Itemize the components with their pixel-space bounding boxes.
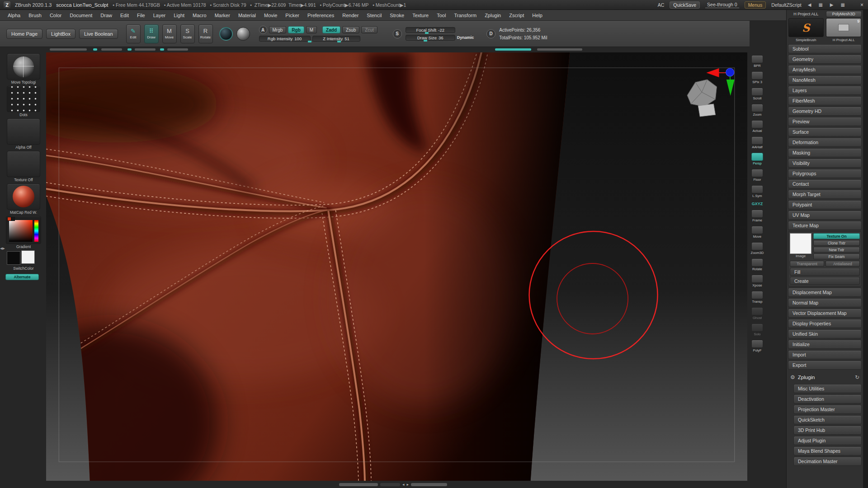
switch-color[interactable]: SwitchColor (5, 250, 42, 271)
mini-slider[interactable] (160, 48, 164, 51)
menu-item[interactable]: Macro (189, 11, 211, 20)
m-button[interactable]: M (306, 26, 317, 33)
prev-ui-icon[interactable]: ◀ (807, 2, 812, 7)
scroll-left-icon[interactable]: ◂ (402, 482, 405, 487)
sculpt-canvas[interactable] (46, 52, 747, 481)
material-preview-sphere[interactable] (236, 27, 250, 41)
menu-item[interactable]: Tool (433, 11, 450, 20)
menu-item[interactable]: Texture (408, 11, 433, 20)
hue-strip[interactable] (34, 220, 38, 242)
mini-slider[interactable] (167, 48, 188, 51)
alt-color-swatch[interactable] (21, 250, 35, 264)
menu-item[interactable]: Movie (260, 11, 281, 20)
home-page-button[interactable]: Home Page (6, 29, 42, 39)
tool-section[interactable]: Export (788, 361, 862, 370)
create-section[interactable]: Create (790, 277, 860, 285)
depth-badge-icon[interactable]: D (486, 29, 495, 38)
draw-mode-button[interactable]: ⠿ Draw (144, 24, 159, 43)
zsub-button[interactable]: Zsub (342, 26, 359, 33)
zplugin-header[interactable]: ⚙ Zplugin ↻ (788, 372, 862, 383)
zplugin-item[interactable]: Deactivation (793, 394, 862, 404)
zplugin-item[interactable]: QuickSketch (793, 415, 862, 424)
slider-handle[interactable] (425, 32, 429, 34)
make-polymesh3d-button[interactable]: PolyMesh3D (826, 11, 862, 17)
brush-preview-sphere[interactable] (219, 27, 233, 41)
menu-item[interactable]: Zscript (505, 11, 528, 20)
right-shelf-button[interactable]: Zoom (751, 104, 763, 117)
menu-item[interactable]: Material (234, 11, 260, 20)
menu-item[interactable]: Layer (149, 11, 170, 20)
see-through-slider[interactable]: See-through 0 (705, 2, 739, 8)
tool-section[interactable]: ArrayMesh (788, 65, 862, 74)
menu-item[interactable]: Stroke (386, 11, 408, 20)
right-shelf-button[interactable]: AAHalf (751, 136, 763, 149)
zplugin-item[interactable]: Maya Blend Shapes (793, 446, 862, 455)
menu-item[interactable]: Edit (116, 11, 133, 20)
right-shelf-button[interactable]: Xpose (751, 275, 763, 287)
tool-section[interactable]: UV Map (788, 211, 862, 220)
alternate-button[interactable]: Alternate (5, 274, 39, 280)
right-shelf-button[interactable]: Persp (751, 153, 763, 165)
tool-section[interactable]: Initialize (788, 340, 862, 349)
tool-section[interactable]: NanoMesh (788, 75, 862, 84)
tool-section[interactable]: Masking (788, 148, 862, 157)
right-shelf-button[interactable]: SPix 3 (751, 71, 763, 84)
texture-map-button[interactable]: Fix Seam (813, 253, 860, 259)
tool-section[interactable]: Polygroups (788, 169, 862, 178)
next-ui-icon[interactable]: ▶ (829, 2, 835, 7)
tool-section[interactable]: Surface (788, 127, 862, 136)
tool-section[interactable]: FiberMesh (788, 96, 862, 105)
zcut-button[interactable]: Zcut (361, 26, 377, 33)
dynamic-toggle[interactable]: Dynamic (457, 35, 474, 40)
slider-handle[interactable] (337, 41, 341, 42)
zplugin-item[interactable]: Decimation Master (793, 457, 862, 466)
alpha-selector[interactable]: Alpha Off (5, 118, 42, 150)
tool-section[interactable]: Geometry (788, 55, 862, 64)
focal-shift-slider[interactable]: Focal Shift -22 (406, 27, 455, 33)
transparent-button[interactable]: Transparent (790, 261, 824, 267)
mini-slider[interactable] (93, 48, 97, 51)
main-color-swatch[interactable] (7, 251, 20, 265)
right-shelf-button[interactable]: Actual (751, 120, 763, 133)
right-shelf-button[interactable]: PolyF (751, 340, 763, 352)
texture-map-button[interactable]: New Txtr (813, 247, 860, 253)
menu-item[interactable]: File (133, 11, 149, 20)
right-shelf-button[interactable]: Floor (751, 169, 763, 182)
menu-item[interactable]: Render (338, 11, 363, 20)
menu-item[interactable]: Color (46, 11, 66, 20)
slider-handle[interactable] (424, 40, 427, 42)
tool-section[interactable]: Import (788, 350, 862, 359)
edit-mode-button[interactable]: ✎ Edit (126, 24, 141, 43)
menu-item[interactable]: Transform (450, 11, 481, 20)
material-selector[interactable]: MatCap Red W. (5, 183, 42, 215)
scroll-right-icon[interactable]: ▸ (407, 482, 409, 487)
menu-item[interactable]: Document (66, 11, 96, 20)
right-shelf-button[interactable]: Transp (751, 291, 763, 304)
zplugin-item[interactable]: Misc Utilities (793, 384, 862, 393)
menus-toggle[interactable]: Menus (745, 1, 766, 9)
stroke-selector[interactable]: Dots (5, 86, 42, 117)
tool-section[interactable]: Deformation (788, 138, 862, 147)
move-mode-button[interactable]: M Move (162, 24, 177, 43)
current-brush-thumb[interactable]: S (788, 18, 824, 37)
zplugin-item[interactable]: Projection Master (793, 405, 862, 414)
scale-mode-button[interactable]: S Scale (180, 24, 195, 43)
color-picker[interactable]: Gradient (5, 216, 42, 249)
tool-section[interactable]: Normal Map (788, 298, 862, 307)
mini-slider[interactable] (50, 48, 87, 51)
zplugin-item[interactable]: 3D Print Hub (793, 426, 862, 435)
current-tool-thumb[interactable]: 9 (826, 18, 861, 37)
rgb-button[interactable]: Rgb (288, 26, 304, 33)
texture-map-button[interactable]: Texture On (813, 233, 860, 239)
lightbox-button[interactable]: LightBox (46, 29, 75, 39)
right-shelf-button[interactable]: Scroll (751, 88, 763, 100)
texture-image-thumb[interactable] (790, 233, 811, 254)
menu-item[interactable]: Alpha (4, 11, 24, 20)
rgb-intensity-slider[interactable]: Rgb Intensity 100 (259, 36, 311, 42)
stroke-badge-icon[interactable]: S (393, 29, 402, 38)
texture-map-section[interactable]: Texture Map (788, 221, 862, 230)
anchor-badge-icon[interactable]: A (259, 26, 267, 34)
secondary-color-swatch[interactable] (11, 217, 15, 221)
mrgb-button[interactable]: Mrgb (269, 26, 287, 33)
right-shelf-button[interactable]: Ghost (751, 307, 763, 320)
